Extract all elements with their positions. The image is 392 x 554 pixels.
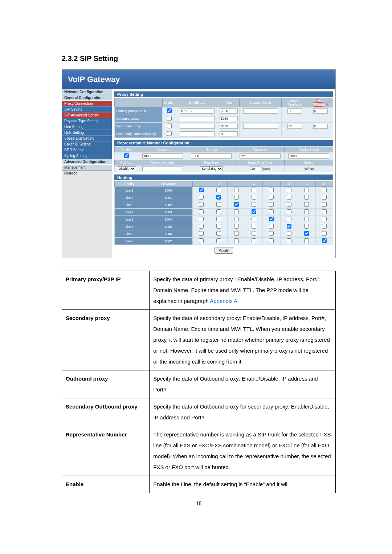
rep-fwdnum-input[interactable] — [142, 166, 183, 171]
hunt-checkbox[interactable] — [287, 231, 291, 236]
proxy-mwi-input[interactable] — [313, 124, 328, 129]
nav-proxy-connection[interactable]: Proxy/Connection — [62, 101, 112, 107]
hunt-checkbox[interactable] — [322, 202, 327, 207]
hunt-checkbox[interactable] — [199, 209, 204, 214]
nav-syslog-setting[interactable]: Syslog Setting — [62, 153, 112, 159]
proxy-domain-input[interactable] — [243, 108, 278, 114]
nav-speed-dial[interactable]: Speed Dial Setting — [62, 136, 112, 141]
rep-enable-checkbox[interactable] — [124, 153, 129, 158]
hunt-checkbox[interactable] — [252, 238, 256, 243]
hunt-checkbox[interactable] — [269, 224, 274, 229]
hunt-checkbox[interactable] — [287, 188, 291, 192]
hunt-checkbox[interactable] — [199, 217, 204, 221]
hunt-checkbox[interactable] — [199, 195, 204, 200]
hunt-checkbox[interactable] — [216, 238, 221, 243]
proxy-ip-input[interactable] — [180, 108, 215, 114]
hunt-checkbox[interactable] — [216, 224, 221, 229]
hunt-checkbox[interactable] — [234, 238, 239, 243]
hunt-checkbox[interactable] — [322, 224, 327, 229]
hunt-checkbox[interactable] — [252, 209, 256, 214]
rep-account-input[interactable] — [142, 153, 183, 159]
hunt-checkbox[interactable] — [269, 202, 274, 207]
proxy-enable-checkbox[interactable] — [167, 108, 172, 113]
hunt-checkbox[interactable] — [199, 202, 204, 207]
hunt-checkbox[interactable] — [269, 238, 274, 243]
proxy-mwi-input[interactable] — [313, 108, 328, 114]
hunt-checkbox[interactable] — [287, 224, 291, 229]
hunt-checkbox[interactable] — [252, 224, 256, 229]
hunt-checkbox[interactable] — [216, 231, 221, 236]
nav-management[interactable]: Management — [62, 165, 112, 171]
nav-group-general[interactable]: General Configuration — [62, 95, 112, 101]
hunt-checkbox[interactable] — [304, 231, 309, 236]
hunt-checkbox[interactable] — [322, 188, 327, 192]
nav-caller-id[interactable]: Caller ID Setting — [62, 141, 112, 147]
proxy-port-input[interactable] — [220, 108, 238, 114]
nav-group-network[interactable]: Network Configuration — [62, 89, 112, 95]
hunt-checkbox[interactable] — [322, 231, 327, 236]
rep-ringtype-select[interactable]: Serial ring — [200, 166, 223, 171]
proxy-enable-checkbox[interactable] — [167, 131, 172, 136]
nav-group-advanced[interactable]: Advanced Configuration — [62, 159, 112, 165]
proxy-port-input[interactable] — [220, 131, 238, 136]
hunt-checkbox[interactable] — [287, 217, 291, 221]
hunt-checkbox[interactable] — [304, 224, 309, 229]
rep-srt-input[interactable] — [250, 166, 261, 171]
appendix-link[interactable]: Appendix A — [210, 298, 237, 304]
nav-payload-type[interactable]: Payload Type Setting — [62, 118, 112, 124]
nav-cdr-setting[interactable]: CDR Setting — [62, 147, 112, 153]
hunt-checkbox[interactable] — [234, 231, 239, 236]
hunt-checkbox[interactable] — [269, 188, 274, 192]
apply-button[interactable]: Apply — [215, 247, 233, 254]
proxy-port-input[interactable] — [220, 116, 238, 121]
hunt-checkbox[interactable] — [234, 202, 239, 207]
hunt-checkbox[interactable] — [269, 209, 274, 214]
hunt-checkbox[interactable] — [234, 209, 239, 214]
hunt-checkbox[interactable] — [199, 224, 204, 229]
hunt-checkbox[interactable] — [216, 202, 221, 207]
hunt-checkbox[interactable] — [252, 202, 256, 207]
proxy-domain-input[interactable] — [243, 124, 278, 129]
nav-qos-setting[interactable]: QoS Setting — [62, 130, 112, 136]
hunt-checkbox[interactable] — [287, 195, 291, 200]
hunt-checkbox[interactable] — [304, 217, 309, 221]
rep-number-input[interactable] — [191, 153, 232, 159]
hunt-checkbox[interactable] — [304, 209, 309, 214]
hunt-checkbox[interactable] — [269, 217, 274, 221]
rep-forward-select[interactable]: Disable — [117, 166, 136, 171]
rep-display-input[interactable] — [288, 153, 329, 159]
hunt-checkbox[interactable] — [234, 217, 239, 221]
hunt-checkbox[interactable] — [322, 217, 327, 221]
hunt-checkbox[interactable] — [252, 188, 256, 192]
nav-sip-advanced[interactable]: SIP Advanced Setting — [62, 112, 112, 118]
proxy-ip-input[interactable] — [180, 131, 215, 136]
hunt-checkbox[interactable] — [322, 195, 327, 200]
hunt-checkbox[interactable] — [234, 188, 239, 192]
hunt-checkbox[interactable] — [199, 231, 204, 236]
hunt-checkbox[interactable] — [269, 195, 274, 200]
proxy-enable-checkbox[interactable] — [167, 116, 172, 121]
hunt-checkbox[interactable] — [287, 202, 291, 207]
hunt-checkbox[interactable] — [304, 238, 309, 243]
hunt-checkbox[interactable] — [287, 238, 291, 243]
hunt-checkbox[interactable] — [216, 217, 221, 221]
proxy-expire-input[interactable] — [287, 108, 302, 114]
nav-sip-setting[interactable]: SIP Setting — [62, 107, 112, 112]
hunt-checkbox[interactable] — [287, 209, 291, 214]
proxy-port-input[interactable] — [220, 124, 238, 129]
hunt-checkbox[interactable] — [199, 238, 204, 243]
hunt-checkbox[interactable] — [216, 209, 221, 214]
hunt-checkbox[interactable] — [322, 238, 327, 243]
hunt-checkbox[interactable] — [252, 217, 256, 221]
proxy-enable-checkbox[interactable] — [167, 123, 172, 128]
hunt-checkbox[interactable] — [234, 224, 239, 229]
hunt-checkbox[interactable] — [304, 195, 309, 200]
hunt-checkbox[interactable] — [304, 188, 309, 192]
nav-line-setting[interactable]: Line Setting — [62, 124, 112, 130]
hunt-checkbox[interactable] — [234, 195, 239, 200]
hunt-checkbox[interactable] — [304, 202, 309, 207]
hunt-checkbox[interactable] — [216, 188, 221, 192]
proxy-ip-input[interactable] — [180, 116, 215, 121]
proxy-expire-input[interactable] — [287, 124, 302, 129]
rep-password-input[interactable] — [240, 153, 281, 159]
